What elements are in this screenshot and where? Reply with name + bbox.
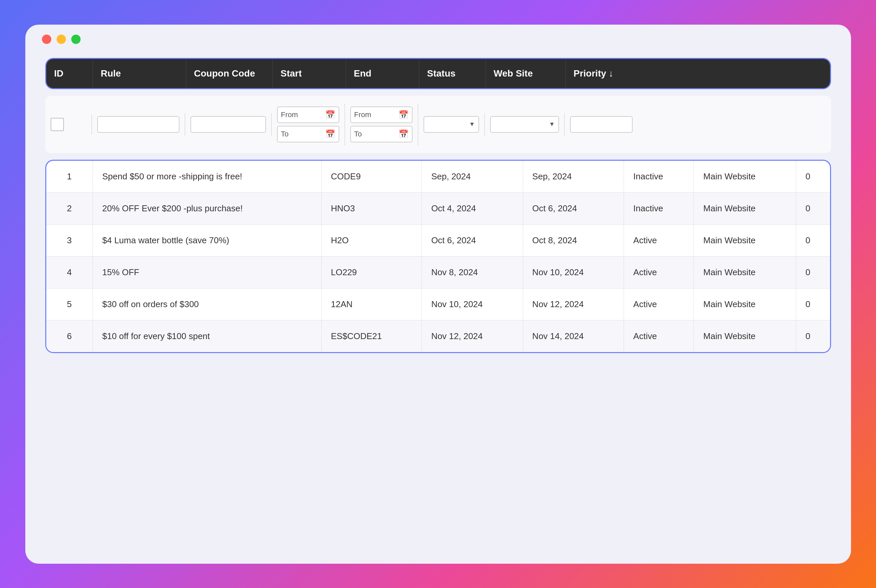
table-row[interactable]: 1Spend $50 or more -shipping is free!COD… xyxy=(46,161,830,193)
filter-row: From 📅 To 📅 From 📅 To 📅 xyxy=(45,101,831,148)
status-dropdown-arrow-icon: ▼ xyxy=(469,121,475,128)
start-from-label: From xyxy=(281,111,323,119)
filter-website-cell: ▼ xyxy=(485,114,565,135)
col-id: ID xyxy=(46,59,93,88)
end-from-calendar-icon: 📅 xyxy=(398,110,409,120)
cell-rule: $30 off on orders of $300 xyxy=(93,288,322,320)
cell-website: Main Website xyxy=(694,256,796,288)
priority-filter-input[interactable] xyxy=(570,116,633,133)
cell-id: 6 xyxy=(46,320,93,352)
table-row[interactable]: 5$30 off on orders of $30012ANNov 10, 20… xyxy=(46,288,830,320)
cell-rule: $10 off for every $100 spent xyxy=(93,320,322,352)
cell-coupon-code: HNO3 xyxy=(321,192,422,224)
cell-end: Nov 14, 2024 xyxy=(523,320,624,352)
col-rule: Rule xyxy=(93,59,186,88)
filter-status-cell: ▼ xyxy=(418,114,485,135)
col-coupon-code: Coupon Code xyxy=(186,59,273,88)
cell-id: 4 xyxy=(46,256,93,288)
end-from-label: From xyxy=(354,111,397,119)
start-to-label: To xyxy=(281,130,323,138)
cell-id: 1 xyxy=(46,161,93,193)
end-to-wrapper[interactable]: To 📅 xyxy=(350,126,413,142)
cell-priority: 0 xyxy=(796,256,830,288)
filter-rule-cell xyxy=(92,114,185,135)
start-to-wrapper[interactable]: To 📅 xyxy=(277,126,339,142)
cell-coupon-code: H2O xyxy=(321,224,422,256)
cell-status: Active xyxy=(624,288,694,320)
filter-coupon-cell xyxy=(185,114,272,135)
end-to-label: To xyxy=(354,130,397,138)
cell-id: 2 xyxy=(46,192,93,224)
cell-website: Main Website xyxy=(694,192,796,224)
cell-website: Main Website xyxy=(694,288,796,320)
cell-start: Oct 4, 2024 xyxy=(422,192,523,224)
cell-rule: 15% OFF xyxy=(93,256,322,288)
cell-status: Active xyxy=(624,256,694,288)
cell-website: Main Website xyxy=(694,224,796,256)
start-from-wrapper[interactable]: From 📅 xyxy=(277,106,339,123)
cell-end: Oct 8, 2024 xyxy=(523,224,624,256)
cell-end: Oct 6, 2024 xyxy=(523,192,624,224)
select-all-checkbox[interactable] xyxy=(51,118,64,131)
minimize-dot[interactable] xyxy=(57,34,66,44)
start-to-calendar-icon: 📅 xyxy=(325,129,335,139)
cell-status: Active xyxy=(624,320,694,352)
coupon-filter-input[interactable] xyxy=(191,116,266,133)
cell-priority: 0 xyxy=(796,320,830,352)
cell-end: Nov 10, 2024 xyxy=(523,256,624,288)
col-website: Web Site xyxy=(486,59,566,88)
cell-end: Sep, 2024 xyxy=(523,161,624,193)
table-row[interactable]: 3$4 Luma water bottle (save 70%)H2OOct 6… xyxy=(46,224,830,256)
close-dot[interactable] xyxy=(42,34,51,44)
cell-start: Nov 8, 2024 xyxy=(422,256,523,288)
cell-id: 5 xyxy=(46,288,93,320)
cell-rule: $4 Luma water bottle (save 70%) xyxy=(93,224,322,256)
filter-end-cell: From 📅 To 📅 xyxy=(345,104,418,145)
cell-priority: 0 xyxy=(796,288,830,320)
cell-coupon-code: 12AN xyxy=(321,288,422,320)
titlebar xyxy=(42,34,81,44)
filter-card: From 📅 To 📅 From 📅 To 📅 xyxy=(45,96,831,153)
col-priority: Priority ↓ xyxy=(566,59,639,88)
filter-start-cell: From 📅 To 📅 xyxy=(272,104,345,145)
start-from-calendar-icon: 📅 xyxy=(325,110,335,120)
status-dropdown[interactable]: ▼ xyxy=(424,116,479,133)
cell-rule: Spend $50 or more -shipping is free! xyxy=(93,161,322,193)
cell-status: Active xyxy=(624,224,694,256)
header-card: ID Rule Coupon Code Start End Status Web… xyxy=(45,58,831,89)
data-card: 1Spend $50 or more -shipping is free!COD… xyxy=(45,160,831,353)
cell-coupon-code: ES$CODE21 xyxy=(321,320,422,352)
col-status: Status xyxy=(419,59,486,88)
filter-id-cell xyxy=(45,115,92,134)
cell-website: Main Website xyxy=(694,320,796,352)
cell-coupon-code: LO229 xyxy=(321,256,422,288)
cell-priority: 0 xyxy=(796,192,830,224)
cell-start: Nov 10, 2024 xyxy=(422,288,523,320)
cell-status: Inactive xyxy=(624,192,694,224)
cell-start: Oct 6, 2024 xyxy=(422,224,523,256)
table-row[interactable]: 220% OFF Ever $200 -plus purchase!HNO3Oc… xyxy=(46,192,830,224)
table-row[interactable]: 415% OFFLO229Nov 8, 2024Nov 10, 2024Acti… xyxy=(46,256,830,288)
content-area: ID Rule Coupon Code Start End Status Web… xyxy=(45,58,831,353)
cell-rule: 20% OFF Ever $200 -plus purchase! xyxy=(93,192,322,224)
main-window: ID Rule Coupon Code Start End Status Web… xyxy=(25,25,851,564)
end-from-wrapper[interactable]: From 📅 xyxy=(350,106,413,123)
website-dropdown[interactable]: ▼ xyxy=(490,116,559,133)
filter-priority-cell xyxy=(565,114,638,135)
cell-end: Nov 12, 2024 xyxy=(523,288,624,320)
header-row: ID Rule Coupon Code Start End Status Web… xyxy=(46,59,830,88)
data-table: 1Spend $50 or more -shipping is free!COD… xyxy=(46,161,830,352)
cell-start: Sep, 2024 xyxy=(422,161,523,193)
website-dropdown-arrow-icon: ▼ xyxy=(549,121,555,128)
cell-coupon-code: CODE9 xyxy=(321,161,422,193)
rule-filter-input[interactable] xyxy=(97,116,179,133)
cell-status: Inactive xyxy=(624,161,694,193)
cell-website: Main Website xyxy=(694,161,796,193)
maximize-dot[interactable] xyxy=(71,34,81,44)
col-start: Start xyxy=(273,59,346,88)
cell-id: 3 xyxy=(46,224,93,256)
cell-start: Nov 12, 2024 xyxy=(422,320,523,352)
table-row[interactable]: 6$10 off for every $100 spentES$CODE21No… xyxy=(46,320,830,352)
cell-priority: 0 xyxy=(796,224,830,256)
cell-priority: 0 xyxy=(796,161,830,193)
